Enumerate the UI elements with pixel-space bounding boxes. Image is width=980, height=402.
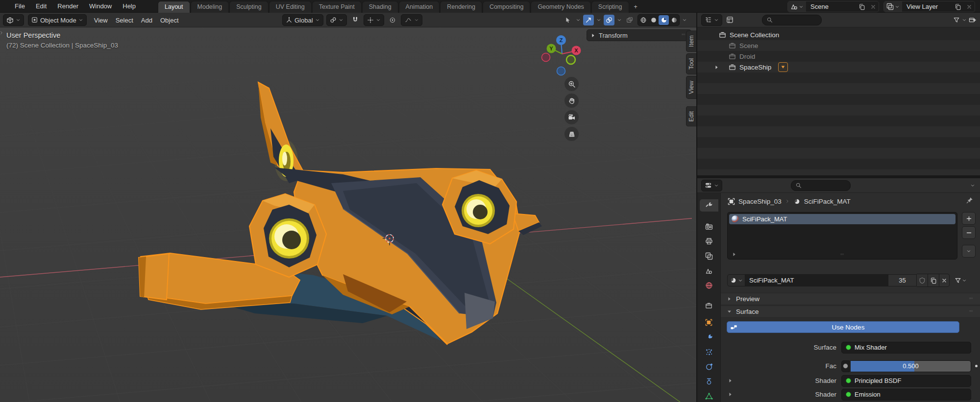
slot-specials-button[interactable] [962,245,976,258]
grip-dots-icon[interactable] [838,253,846,257]
chevron-down-icon[interactable] [682,18,687,23]
close-icon[interactable] [868,4,879,10]
filter-dropdown[interactable] [955,277,967,284]
chevron-down-icon[interactable] [617,18,622,23]
editor-type-button[interactable] [3,14,24,26]
selectability-button[interactable] [563,15,573,25]
show-overlays-toggle[interactable] [604,15,614,25]
add-workspace-button[interactable]: + [630,1,642,13]
grip-dots-icon[interactable] [967,310,975,314]
breadcrumb-material[interactable]: SciFiPack_MAT [804,198,851,205]
properties-editor-button[interactable] [701,180,722,191]
close-icon[interactable] [964,4,975,10]
properties-tab-scene[interactable] [700,265,718,277]
outliner-tree[interactable]: Scene CollectionSceneDroidSpaceShip [697,27,980,175]
properties-tab-object[interactable] [700,316,718,329]
decorator-dot[interactable] [975,365,978,367]
scene-browse-button[interactable] [788,1,806,12]
display-mode-icon[interactable] [726,16,734,24]
workspace-tab-compositing[interactable]: Compositing [483,1,530,13]
zoom-button[interactable] [564,77,579,91]
outliner-search-input[interactable] [762,15,822,25]
add-slot-button[interactable] [962,212,976,225]
outliner-editor-button[interactable] [701,14,722,26]
perspective-toggle-button[interactable] [564,127,579,141]
snap-settings-button[interactable] [364,14,384,26]
chevron-down-icon[interactable] [970,183,975,188]
fac-slider[interactable]: 0.500 [850,360,971,372]
workspace-tab-modeling[interactable]: Modeling [191,1,229,13]
gizmo-x-neg[interactable] [542,53,550,62]
menu-file[interactable]: File [9,1,30,11]
3d-viewport[interactable]: User Perspective (72) Scene Collection |… [0,27,696,402]
pivot-point-button[interactable] [326,14,347,26]
scene-selector[interactable]: Scene [787,1,879,12]
mode-selector[interactable]: Object Mode [28,14,87,26]
pin-icon[interactable] [966,197,973,204]
expander-down-icon[interactable] [727,309,732,314]
expander-right-icon[interactable] [732,252,737,257]
use-nodes-button[interactable]: Use Nodes [727,321,959,333]
gizmo-y-neg[interactable] [566,55,575,64]
properties-tab-particles[interactable] [700,346,718,358]
new-collection-icon[interactable] [969,16,976,24]
outliner-row-droid[interactable]: Droid [697,51,980,62]
copy-icon[interactable] [928,274,939,287]
workspace-tab-animation[interactable]: Animation [399,1,440,13]
properties-tab-physics[interactable] [700,360,718,373]
view-layer-browse-button[interactable] [884,1,902,12]
properties-tab-data[interactable] [700,390,718,402]
navigation-gizmo[interactable]: Z Y X [534,27,588,81]
shading-material-button[interactable] [659,15,669,25]
toolbar-expand-icon[interactable] [0,30,4,35]
outliner-item-label[interactable]: Scene [739,42,758,49]
material-name-field[interactable]: SciFiPack_MAT [745,274,888,286]
viewport-menu-view[interactable]: View [91,16,111,25]
menu-edit[interactable]: Edit [30,1,52,11]
gizmo-z-neg[interactable] [557,67,565,75]
workspace-tab-rendering[interactable]: Rendering [440,1,482,13]
shading-solid-button[interactable] [648,15,659,25]
expander-right-icon[interactable] [727,296,732,302]
properties-tab-render[interactable] [700,221,718,233]
browse-material-button[interactable] [727,274,745,286]
properties-tab-output[interactable] [700,236,718,248]
workspace-tab-geometry-nodes[interactable]: Geometry Nodes [531,1,590,13]
fake-user-shield-icon[interactable] [917,274,928,287]
properties-tab-modifiers[interactable] [700,331,718,343]
workspace-tab-sculpting[interactable]: Sculpting [229,1,268,13]
properties-tab-tool[interactable] [700,199,718,212]
properties-tab-constraints[interactable] [700,375,718,387]
spaceship-model[interactable] [139,82,542,345]
viewport-scene[interactable] [0,27,696,402]
outliner-row-scene[interactable]: Scene [697,40,980,51]
outliner-row-scene-collection[interactable]: Scene Collection [697,29,980,40]
shader-field[interactable]: Mix Shader [841,342,971,354]
camera-view-button[interactable] [564,110,579,124]
orientation-selector[interactable]: Global [282,14,323,26]
grip-dots-icon[interactable] [967,297,975,301]
filter-icon[interactable] [953,17,960,24]
section-header-preview[interactable]: Preview [721,293,980,305]
workspace-tab-shading[interactable]: Shading [362,1,398,13]
outliner-item-label[interactable]: Droid [739,53,755,60]
sidebar-tab-item[interactable]: Item [686,30,696,52]
workspace-tab-scripting[interactable]: Scripting [591,1,629,13]
unlink-x-icon[interactable] [939,274,950,287]
falloff-button[interactable] [401,14,422,26]
copy-icon[interactable] [952,3,964,10]
view-layer-selector[interactable]: View Layer [883,1,975,12]
shader-field[interactable]: Principled BSDF [841,375,971,387]
workspace-tab-layout[interactable]: Layout [158,1,190,13]
properties-tab-world[interactable] [700,280,718,292]
material-slot-list[interactable]: SciFiPack_MAT [727,212,957,260]
menu-window[interactable]: Window [84,1,117,11]
menu-render[interactable]: Render [52,1,84,11]
chevron-down-icon[interactable] [962,18,967,23]
material-slot-selected[interactable]: SciFiPack_MAT [729,214,956,224]
properties-tab-view-layer[interactable] [700,250,718,262]
viewport-menu-object[interactable]: Object [157,16,182,25]
outliner-item-label[interactable]: SpaceShip [739,64,771,71]
copy-icon[interactable] [856,3,868,10]
remove-slot-button[interactable] [962,226,976,239]
